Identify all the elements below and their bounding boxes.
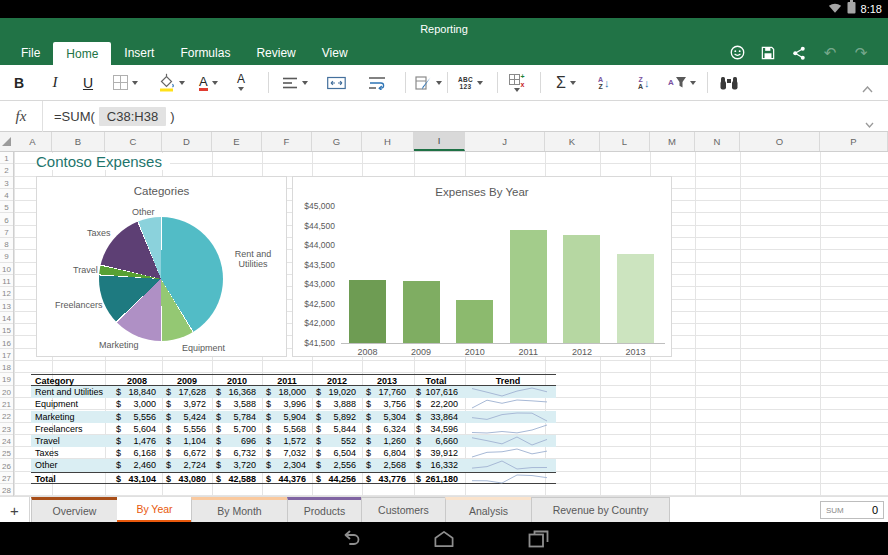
- table-cell-trend[interactable]: [460, 423, 556, 435]
- table-cell-category[interactable]: Total: [31, 473, 112, 485]
- wrap-text-button[interactable]: [369, 65, 386, 100]
- column-header-H[interactable]: H: [362, 132, 414, 151]
- expand-formula-bar-button[interactable]: [865, 114, 874, 132]
- sheet-title-cell[interactable]: Contoso Expenses: [36, 153, 170, 170]
- column-header-D[interactable]: D: [162, 132, 212, 151]
- table-row[interactable]: Equipment$3,000$3,972$3,588$3,996$3,888$…: [31, 398, 556, 410]
- table-row[interactable]: Rent and Utilities$18,840$17,628$16,368$…: [31, 386, 556, 398]
- formula-bar[interactable]: fx =SUM( C38:H38 ): [0, 101, 888, 132]
- table-cell-trend[interactable]: [460, 459, 556, 471]
- sheet-tab-analysis[interactable]: Analysis: [445, 497, 532, 523]
- bar-2012[interactable]: [563, 235, 600, 343]
- row-header-19[interactable]: 19: [0, 375, 13, 384]
- merge-cells-button[interactable]: [327, 65, 346, 100]
- table-cell-value[interactable]: $5,424: [162, 411, 212, 423]
- table-cell-value[interactable]: $5,304: [362, 411, 412, 423]
- row-header-28[interactable]: 28: [0, 486, 13, 495]
- row-header-20[interactable]: 20: [0, 388, 13, 397]
- save-icon[interactable]: [759, 44, 777, 62]
- italic-button[interactable]: I: [46, 65, 64, 100]
- row-header-14[interactable]: 14: [0, 314, 13, 323]
- table-cell-value[interactable]: $44,376: [262, 473, 312, 485]
- table-row[interactable]: Taxes$6,168$6,672$6,732$7,032$6,504$6,80…: [31, 447, 556, 459]
- add-sheet-button[interactable]: +: [0, 497, 30, 523]
- menu-tab-review[interactable]: Review: [243, 40, 308, 65]
- row-header-26[interactable]: 26: [0, 462, 13, 471]
- table-row[interactable]: Marketing$5,556$5,424$5,784$5,904$5,892$…: [31, 411, 556, 423]
- column-header-G[interactable]: G: [312, 132, 362, 151]
- row-header-9[interactable]: 9: [0, 252, 13, 261]
- table-cell-category[interactable]: Travel: [31, 435, 112, 447]
- column-header-I[interactable]: I: [414, 132, 465, 151]
- fx-button[interactable]: fx: [0, 101, 43, 132]
- pie-chart[interactable]: Categories Rent and Utilities Equipment …: [36, 176, 287, 357]
- font-color-button[interactable]: A: [199, 65, 218, 100]
- feedback-smiley-icon[interactable]: [728, 44, 746, 62]
- column-header-M[interactable]: M: [650, 132, 695, 151]
- table-cell-value[interactable]: $5,556: [162, 423, 212, 435]
- column-header-A[interactable]: A: [14, 132, 52, 151]
- redo-icon[interactable]: ↷: [852, 44, 870, 62]
- table-cell-value[interactable]: $5,568: [262, 423, 312, 435]
- row-header-1[interactable]: 1: [0, 154, 13, 163]
- column-header-E[interactable]: E: [212, 132, 262, 151]
- sheet-tab-by-month[interactable]: By Month: [191, 497, 288, 523]
- table-cell-value[interactable]: $5,904: [262, 411, 312, 423]
- align-button[interactable]: [283, 65, 308, 100]
- home-icon[interactable]: [433, 529, 455, 549]
- column-header-B[interactable]: B: [52, 132, 105, 151]
- table-cell-category[interactable]: Rent and Utilities: [31, 386, 112, 398]
- row-header-23[interactable]: 23: [0, 425, 13, 434]
- status-sum-box[interactable]: SUM 0: [820, 501, 884, 519]
- row-header-22[interactable]: 22: [0, 412, 13, 421]
- row-headers[interactable]: 1234567891011121314151617181920212223242…: [0, 152, 14, 496]
- table-cell-value[interactable]: $696: [212, 435, 262, 447]
- table-cell-value[interactable]: $1,104: [162, 435, 212, 447]
- row-header-12[interactable]: 12: [0, 289, 13, 298]
- row-header-18[interactable]: 18: [0, 363, 13, 372]
- table-cell-value[interactable]: $17,760: [362, 386, 412, 398]
- table-cell-value[interactable]: $43,080: [162, 473, 212, 485]
- table-cell-value[interactable]: $18,000: [262, 386, 312, 398]
- row-header-5[interactable]: 5: [0, 203, 13, 212]
- row-header-3[interactable]: 3: [0, 179, 13, 188]
- table-cell-total[interactable]: $16,332: [412, 459, 460, 471]
- table-cell-value[interactable]: $5,700: [212, 423, 262, 435]
- table-cell-total[interactable]: $261,180: [412, 473, 460, 485]
- table-cell-value[interactable]: $6,672: [162, 447, 212, 459]
- select-all-corner[interactable]: [2, 137, 11, 146]
- back-icon[interactable]: [339, 529, 361, 549]
- cell-format-button[interactable]: [415, 65, 442, 100]
- table-cell-value[interactable]: $7,032: [262, 447, 312, 459]
- row-header-25[interactable]: 25: [0, 449, 13, 458]
- row-header-2[interactable]: 2: [0, 166, 13, 175]
- table-cell-category[interactable]: Other: [31, 459, 112, 471]
- table-header-row[interactable]: Category200820092010201120122013TotalTre…: [31, 374, 556, 386]
- table-cell-value[interactable]: $19,020: [312, 386, 362, 398]
- table-cell-value[interactable]: $6,804: [362, 447, 412, 459]
- column-header-F[interactable]: F: [262, 132, 312, 151]
- bar-chart[interactable]: Expenses By Year $45,000$44,500$44,000$4…: [292, 176, 672, 357]
- column-header-L[interactable]: L: [600, 132, 650, 151]
- column-header-N[interactable]: N: [695, 132, 740, 151]
- table-cell-value[interactable]: $5,556: [112, 411, 162, 423]
- table-cell-value[interactable]: $42,588: [212, 473, 262, 485]
- table-cell-value[interactable]: $3,996: [262, 398, 312, 410]
- table-cell-value[interactable]: $1,476: [112, 435, 162, 447]
- formula-input[interactable]: =SUM( C38:H38 ): [54, 101, 174, 132]
- bar-2011[interactable]: [510, 230, 547, 343]
- table-cell-value[interactable]: $43,104: [112, 473, 162, 485]
- column-header-P[interactable]: P: [820, 132, 888, 151]
- column-header-K[interactable]: K: [545, 132, 600, 151]
- table-cell-value[interactable]: $3,000: [112, 398, 162, 410]
- row-header-7[interactable]: 7: [0, 228, 13, 237]
- table-cell-value[interactable]: $3,756: [362, 398, 412, 410]
- table-cell-value[interactable]: $6,168: [112, 447, 162, 459]
- table-cell-value[interactable]: $3,972: [162, 398, 212, 410]
- row-header-8[interactable]: 8: [0, 240, 13, 249]
- table-cell-trend[interactable]: [460, 435, 556, 447]
- menu-tab-home[interactable]: Home: [53, 42, 111, 65]
- table-cell-value[interactable]: $3,888: [312, 398, 362, 410]
- row-header-6[interactable]: 6: [0, 216, 13, 225]
- table-cell-value[interactable]: $5,844: [312, 423, 362, 435]
